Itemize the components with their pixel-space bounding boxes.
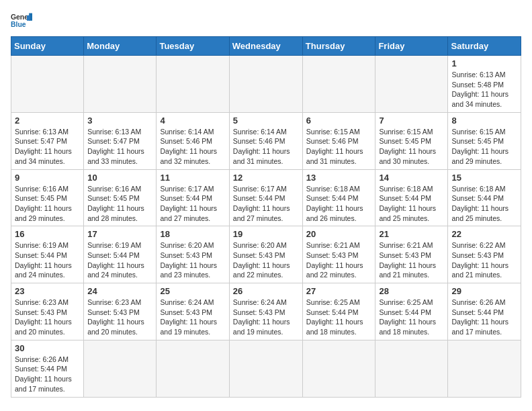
day-info: Sunrise: 6:25 AM Sunset: 5:44 PM Dayligh… <box>379 298 444 337</box>
day-number: 13 <box>306 173 372 183</box>
calendar-cell <box>302 56 375 113</box>
calendar-cell <box>375 340 448 397</box>
calendar-cell: 10Sunrise: 6:16 AM Sunset: 5:45 PM Dayli… <box>84 169 157 226</box>
day-info: Sunrise: 6:15 AM Sunset: 5:45 PM Dayligh… <box>451 127 517 167</box>
day-info: Sunrise: 6:26 AM Sunset: 5:44 PM Dayligh… <box>451 298 517 337</box>
calendar-cell: 28Sunrise: 6:25 AM Sunset: 5:44 PM Dayli… <box>375 283 448 340</box>
calendar-header-row: SundayMondayTuesdayWednesdayThursdayFrid… <box>11 37 521 56</box>
week-row-1: 1Sunrise: 6:13 AM Sunset: 5:48 PM Daylig… <box>11 56 521 113</box>
calendar-cell: 7Sunrise: 6:15 AM Sunset: 5:45 PM Daylig… <box>375 112 448 169</box>
day-number: 29 <box>451 286 517 296</box>
day-info: Sunrise: 6:16 AM Sunset: 5:45 PM Dayligh… <box>87 184 152 224</box>
week-row-5: 23Sunrise: 6:23 AM Sunset: 5:43 PM Dayli… <box>11 283 521 340</box>
day-number: 4 <box>160 116 225 126</box>
calendar-cell: 22Sunrise: 6:22 AM Sunset: 5:43 PM Dayli… <box>448 226 521 283</box>
day-info: Sunrise: 6:16 AM Sunset: 5:45 PM Dayligh… <box>15 184 80 224</box>
day-number: 2 <box>15 116 80 126</box>
day-info: Sunrise: 6:17 AM Sunset: 5:44 PM Dayligh… <box>160 184 225 224</box>
week-row-3: 9Sunrise: 6:16 AM Sunset: 5:45 PM Daylig… <box>11 169 521 226</box>
day-number: 9 <box>15 173 80 183</box>
svg-marker-3 <box>27 15 30 21</box>
calendar-cell <box>84 56 157 113</box>
day-number: 28 <box>379 286 444 296</box>
day-info: Sunrise: 6:14 AM Sunset: 5:46 PM Dayligh… <box>160 127 225 167</box>
day-number: 10 <box>87 173 152 183</box>
calendar-cell: 17Sunrise: 6:19 AM Sunset: 5:44 PM Dayli… <box>84 226 157 283</box>
day-number: 22 <box>451 229 517 239</box>
day-info: Sunrise: 6:13 AM Sunset: 5:48 PM Dayligh… <box>451 70 517 109</box>
day-info: Sunrise: 6:18 AM Sunset: 5:44 PM Dayligh… <box>379 184 444 224</box>
day-number: 1 <box>451 58 517 68</box>
day-number: 7 <box>379 116 444 126</box>
day-info: Sunrise: 6:19 AM Sunset: 5:44 PM Dayligh… <box>87 240 152 280</box>
day-number: 15 <box>451 173 517 183</box>
day-number: 14 <box>379 173 444 183</box>
day-info: Sunrise: 6:26 AM Sunset: 5:44 PM Dayligh… <box>15 355 80 394</box>
day-number: 17 <box>87 229 152 239</box>
day-number: 21 <box>379 229 444 239</box>
calendar-cell: 29Sunrise: 6:26 AM Sunset: 5:44 PM Dayli… <box>448 283 521 340</box>
calendar-cell <box>229 340 302 397</box>
calendar-cell <box>448 340 521 397</box>
calendar-cell: 11Sunrise: 6:17 AM Sunset: 5:44 PM Dayli… <box>157 169 229 226</box>
calendar-cell: 12Sunrise: 6:17 AM Sunset: 5:44 PM Dayli… <box>229 169 302 226</box>
week-row-2: 2Sunrise: 6:13 AM Sunset: 5:47 PM Daylig… <box>11 112 521 169</box>
calendar-cell: 25Sunrise: 6:24 AM Sunset: 5:43 PM Dayli… <box>157 283 229 340</box>
day-info: Sunrise: 6:21 AM Sunset: 5:43 PM Dayligh… <box>379 240 444 280</box>
day-info: Sunrise: 6:25 AM Sunset: 5:44 PM Dayligh… <box>306 298 372 337</box>
svg-text:Blue: Blue <box>11 21 26 28</box>
calendar-cell: 14Sunrise: 6:18 AM Sunset: 5:44 PM Dayli… <box>375 169 448 226</box>
generalblue-logo-icon: General Blue <box>11 11 32 30</box>
day-number: 25 <box>160 286 225 296</box>
day-info: Sunrise: 6:23 AM Sunset: 5:43 PM Dayligh… <box>87 298 152 337</box>
calendar-cell: 20Sunrise: 6:21 AM Sunset: 5:43 PM Dayli… <box>302 226 375 283</box>
calendar-cell: 30Sunrise: 6:26 AM Sunset: 5:44 PM Dayli… <box>11 340 84 397</box>
calendar-cell: 4Sunrise: 6:14 AM Sunset: 5:46 PM Daylig… <box>157 112 229 169</box>
day-number: 16 <box>15 229 80 239</box>
calendar-cell <box>302 340 375 397</box>
day-info: Sunrise: 6:23 AM Sunset: 5:43 PM Dayligh… <box>15 298 80 337</box>
calendar-cell: 8Sunrise: 6:15 AM Sunset: 5:45 PM Daylig… <box>448 112 521 169</box>
logo: General Blue <box>11 11 38 30</box>
day-header-saturday: Saturday <box>448 37 521 56</box>
day-info: Sunrise: 6:21 AM Sunset: 5:43 PM Dayligh… <box>306 240 372 280</box>
calendar-cell: 3Sunrise: 6:13 AM Sunset: 5:47 PM Daylig… <box>84 112 157 169</box>
day-info: Sunrise: 6:20 AM Sunset: 5:43 PM Dayligh… <box>160 240 225 280</box>
calendar-cell <box>11 56 84 113</box>
day-number: 23 <box>15 286 80 296</box>
calendar-cell: 6Sunrise: 6:15 AM Sunset: 5:46 PM Daylig… <box>302 112 375 169</box>
calendar-cell: 9Sunrise: 6:16 AM Sunset: 5:45 PM Daylig… <box>11 169 84 226</box>
calendar-cell: 13Sunrise: 6:18 AM Sunset: 5:44 PM Dayli… <box>302 169 375 226</box>
day-number: 11 <box>160 173 225 183</box>
calendar-cell: 18Sunrise: 6:20 AM Sunset: 5:43 PM Dayli… <box>157 226 229 283</box>
calendar-table: SundayMondayTuesdayWednesdayThursdayFrid… <box>11 36 521 398</box>
day-number: 3 <box>87 116 152 126</box>
calendar-cell <box>157 340 229 397</box>
page-header: General Blue <box>11 11 521 30</box>
calendar-cell <box>157 56 229 113</box>
day-info: Sunrise: 6:20 AM Sunset: 5:43 PM Dayligh… <box>233 240 299 280</box>
day-header-monday: Monday <box>84 37 157 56</box>
day-header-tuesday: Tuesday <box>157 37 229 56</box>
calendar-cell: 15Sunrise: 6:18 AM Sunset: 5:44 PM Dayli… <box>448 169 521 226</box>
day-number: 6 <box>306 116 372 126</box>
calendar-cell: 2Sunrise: 6:13 AM Sunset: 5:47 PM Daylig… <box>11 112 84 169</box>
calendar-cell: 1Sunrise: 6:13 AM Sunset: 5:48 PM Daylig… <box>448 56 521 113</box>
week-row-6: 30Sunrise: 6:26 AM Sunset: 5:44 PM Dayli… <box>11 340 521 397</box>
day-info: Sunrise: 6:17 AM Sunset: 5:44 PM Dayligh… <box>233 184 299 224</box>
day-info: Sunrise: 6:15 AM Sunset: 5:46 PM Dayligh… <box>306 127 372 167</box>
calendar-cell: 26Sunrise: 6:24 AM Sunset: 5:43 PM Dayli… <box>229 283 302 340</box>
day-number: 18 <box>160 229 225 239</box>
day-number: 27 <box>306 286 372 296</box>
week-row-4: 16Sunrise: 6:19 AM Sunset: 5:44 PM Dayli… <box>11 226 521 283</box>
day-info: Sunrise: 6:18 AM Sunset: 5:44 PM Dayligh… <box>306 184 372 224</box>
day-number: 5 <box>233 116 299 126</box>
day-info: Sunrise: 6:13 AM Sunset: 5:47 PM Dayligh… <box>15 127 80 167</box>
day-number: 30 <box>15 343 80 353</box>
calendar-cell <box>229 56 302 113</box>
day-info: Sunrise: 6:19 AM Sunset: 5:44 PM Dayligh… <box>15 240 80 280</box>
day-info: Sunrise: 6:13 AM Sunset: 5:47 PM Dayligh… <box>87 127 152 167</box>
day-number: 8 <box>451 116 517 126</box>
day-info: Sunrise: 6:14 AM Sunset: 5:46 PM Dayligh… <box>233 127 299 167</box>
day-number: 19 <box>233 229 299 239</box>
